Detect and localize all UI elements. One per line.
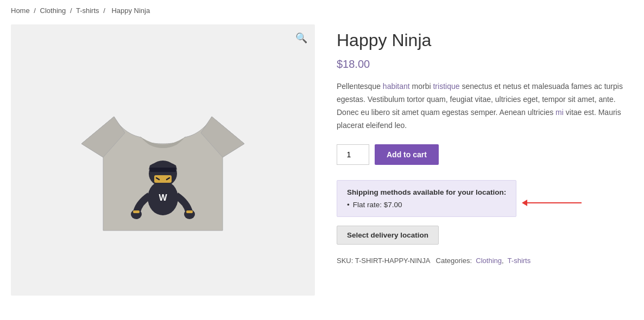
product-description: Pellentesque habitant morbi tristique se… [337,80,633,132]
product-layout: 🔍 [0,19,644,306]
category-clothing[interactable]: Clothing [476,257,502,265]
select-delivery-button[interactable]: Select delivery location [337,226,439,245]
category-tshirts[interactable]: T-shirts [508,257,531,265]
svg-rect-5 [150,168,176,172]
shipping-item: Flat rate: $7.00 [347,201,506,209]
arrow-line [527,202,582,203]
sku-value: T-SHIRT-HAPPY-NINJA [355,257,430,265]
product-price: $18.00 [337,58,633,71]
description-link-mi[interactable]: mi [555,108,564,117]
sku-label: SKU: [337,257,353,265]
svg-rect-2 [154,175,172,183]
breadcrumb-separator-2: / [70,7,72,15]
add-to-cart-row: Add to cart [337,144,633,165]
quantity-input[interactable] [337,144,369,165]
product-details: Happy Ninja $18.00 Pellentesque habitant… [337,24,633,265]
arrow-head [522,200,527,206]
svg-rect-10 [186,210,193,213]
breadcrumb-current: Happy Ninja [111,7,150,15]
description-link-tristique[interactable]: tristique [433,82,459,91]
breadcrumb-home[interactable]: Home [11,7,30,15]
shipping-box: Shipping methods available for your loca… [337,180,516,217]
product-image: W [76,68,250,252]
breadcrumb-separator-3: / [103,7,105,15]
product-title: Happy Ninja [337,30,633,50]
description-link-habitant[interactable]: habitant [383,82,410,91]
breadcrumb: Home / Clothing / T-shirts / Happy Ninja [0,0,644,19]
shipping-title: Shipping methods available for your loca… [347,188,506,196]
svg-rect-9 [133,210,140,213]
breadcrumb-separator-1: / [34,7,36,15]
breadcrumb-clothing[interactable]: Clothing [40,7,66,15]
svg-text:W: W [159,193,167,202]
add-to-cart-button[interactable]: Add to cart [375,144,439,165]
breadcrumb-tshirts[interactable]: T-shirts [76,7,99,15]
zoom-icon[interactable]: 🔍 [295,32,307,44]
product-meta: SKU: T-SHIRT-HAPPY-NINJA Categories: Clo… [337,257,633,265]
product-image-container: 🔍 [11,24,315,296]
categories-label: Categories: [436,257,472,265]
shipping-arrow [522,200,582,206]
